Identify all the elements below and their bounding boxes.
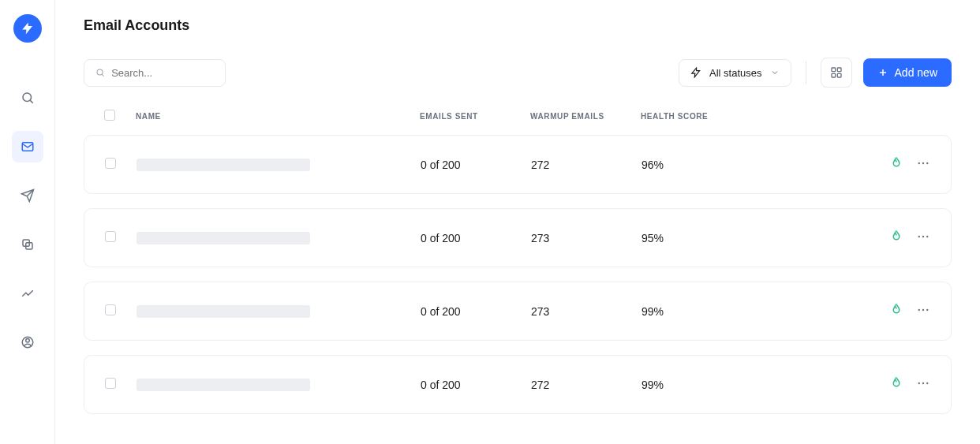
search-icon	[95, 67, 105, 78]
table-row[interactable]: 0 of 200 273 99%	[84, 282, 952, 341]
svg-point-24	[918, 382, 920, 384]
svg-point-15	[918, 162, 920, 164]
more-actions-icon[interactable]	[916, 229, 930, 246]
row-checkbox[interactable]	[105, 378, 116, 389]
app-logo[interactable]	[13, 14, 42, 43]
search-icon	[21, 91, 35, 105]
svg-point-7	[97, 69, 103, 75]
nav-send[interactable]	[12, 180, 43, 211]
table-row[interactable]: 0 of 200 273 95%	[84, 208, 952, 267]
table-row[interactable]: 0 of 200 272 96%	[84, 135, 952, 194]
nav-search[interactable]	[12, 82, 43, 114]
nav-email[interactable]	[12, 131, 43, 162]
cell-warmup-emails: 272	[531, 379, 641, 391]
svg-line-1	[30, 100, 32, 103]
sidebar	[0, 0, 55, 444]
svg-point-6	[25, 339, 29, 343]
add-new-label: Add new	[895, 66, 937, 79]
warmup-fire-icon[interactable]	[889, 376, 903, 393]
status-filter[interactable]: All statuses	[679, 59, 791, 87]
view-grid-button[interactable]	[821, 58, 852, 88]
select-all-checkbox[interactable]	[104, 110, 115, 121]
cell-warmup-emails: 272	[531, 159, 641, 171]
column-name: NAME	[136, 112, 420, 121]
name-placeholder	[137, 159, 310, 171]
nav-analytics[interactable]	[12, 278, 43, 309]
svg-rect-12	[837, 73, 841, 77]
cell-health-score: 99%	[641, 305, 867, 318]
table-header: NAME EMAILS SENT WARMUP EMAILS HEALTH SC…	[84, 110, 952, 135]
cell-emails-sent: 0 of 200	[421, 379, 531, 391]
cell-health-score: 96%	[641, 159, 867, 171]
nav-profile[interactable]	[12, 326, 43, 358]
user-icon	[21, 335, 35, 349]
chevron-down-icon	[770, 68, 780, 77]
warmup-fire-icon[interactable]	[889, 303, 903, 319]
table-row[interactable]: 0 of 200 272 99%	[84, 355, 952, 414]
svg-point-19	[922, 236, 924, 237]
svg-rect-9	[832, 68, 836, 72]
more-actions-icon[interactable]	[916, 303, 930, 319]
svg-point-23	[926, 309, 928, 311]
name-placeholder	[137, 232, 310, 244]
page-title: Email Accounts	[84, 17, 952, 34]
name-placeholder	[137, 379, 310, 391]
svg-point-20	[926, 236, 928, 237]
svg-line-8	[102, 74, 103, 76]
more-actions-icon[interactable]	[916, 376, 930, 393]
svg-rect-10	[837, 68, 841, 72]
svg-point-21	[918, 309, 920, 311]
cell-health-score: 99%	[641, 379, 867, 391]
svg-point-16	[922, 162, 924, 164]
svg-rect-11	[832, 73, 836, 77]
cell-warmup-emails: 273	[531, 305, 641, 318]
lightning-icon	[21, 21, 35, 35]
nav-copy[interactable]	[12, 229, 43, 260]
row-checkbox[interactable]	[105, 231, 116, 242]
plus-icon	[877, 67, 888, 78]
lightning-icon	[690, 67, 701, 78]
search-input[interactable]	[111, 67, 214, 79]
row-checkbox[interactable]	[105, 304, 116, 315]
cell-health-score: 95%	[641, 232, 867, 244]
grid-icon	[830, 66, 843, 79]
svg-point-17	[926, 162, 928, 164]
warmup-fire-icon[interactable]	[889, 156, 903, 173]
column-emails-sent: EMAILS SENT	[420, 112, 530, 121]
svg-point-26	[926, 382, 928, 384]
chart-icon	[21, 286, 35, 300]
svg-point-25	[922, 382, 924, 384]
cell-emails-sent: 0 of 200	[421, 305, 531, 318]
column-health-score: HEALTH SCORE	[641, 112, 931, 121]
toolbar-divider	[806, 61, 806, 84]
name-placeholder	[137, 305, 310, 318]
warmup-fire-icon[interactable]	[889, 229, 903, 246]
cell-emails-sent: 0 of 200	[421, 159, 531, 171]
svg-point-22	[922, 309, 924, 311]
send-icon	[21, 188, 35, 203]
status-filter-label: All statuses	[709, 67, 761, 79]
column-warmup-emails: WARMUP EMAILS	[530, 112, 641, 121]
cell-warmup-emails: 273	[531, 232, 641, 244]
svg-point-18	[918, 236, 920, 237]
mail-icon	[21, 140, 35, 154]
svg-point-0	[23, 93, 32, 102]
cell-emails-sent: 0 of 200	[421, 232, 531, 244]
copy-icon	[21, 237, 35, 252]
more-actions-icon[interactable]	[916, 156, 930, 173]
add-new-button[interactable]: Add new	[863, 58, 952, 87]
search-box[interactable]	[84, 59, 226, 87]
row-checkbox[interactable]	[105, 158, 116, 169]
